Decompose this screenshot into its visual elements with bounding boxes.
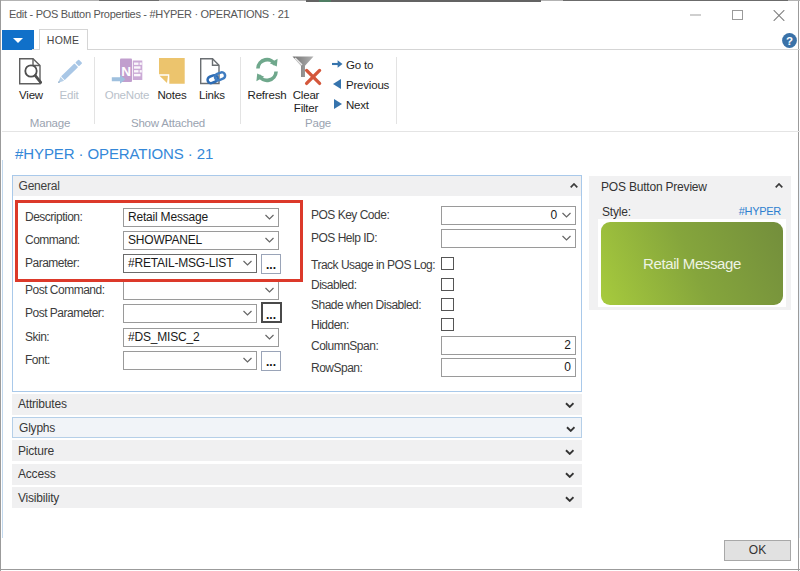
svg-text:?: ? [786, 34, 793, 46]
svg-text:N: N [121, 64, 131, 79]
